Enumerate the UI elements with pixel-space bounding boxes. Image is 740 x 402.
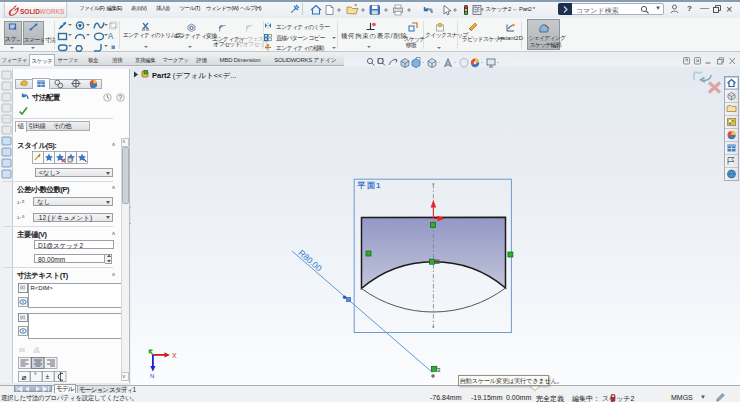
svg-text:°: ° bbox=[34, 372, 37, 379]
svg-text:3: 3 bbox=[437, 367, 441, 373]
svg-text:-: - bbox=[497, 59, 499, 65]
svg-text:±: ± bbox=[45, 373, 49, 380]
svg-text:N: N bbox=[150, 373, 154, 379]
svg-text:-: - bbox=[438, 59, 440, 65]
svg-text:ø: ø bbox=[21, 372, 26, 381]
svg-text:R80.00: R80.00 bbox=[296, 248, 323, 274]
svg-text:平面1: 平面1 bbox=[357, 181, 382, 190]
svg-text:-: - bbox=[454, 59, 456, 65]
svg-text:¹·⁸: ¹·⁸ bbox=[17, 214, 25, 221]
svg-text:WORKS: WORKS bbox=[40, 8, 66, 15]
svg-text:-: - bbox=[481, 59, 483, 65]
svg-text:X: X bbox=[172, 352, 177, 359]
svg-text:A: A bbox=[108, 31, 114, 41]
svg-text:-: - bbox=[422, 59, 424, 65]
svg-text:¹·⁵: ¹·⁵ bbox=[17, 199, 25, 206]
svg-text:SOLID: SOLID bbox=[20, 8, 40, 15]
svg-text:?: ? bbox=[119, 94, 123, 101]
